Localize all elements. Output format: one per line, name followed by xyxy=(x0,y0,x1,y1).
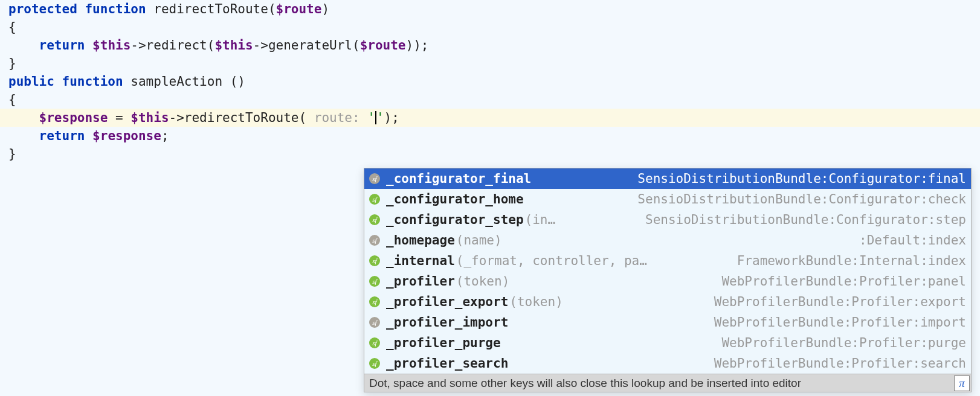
completion-label: _profiler_export xyxy=(386,295,508,309)
completion-item[interactable]: sf_internal(_format, controller, pa…Fram… xyxy=(364,251,971,271)
symfony-icon: sf xyxy=(369,194,380,205)
string-open: ' xyxy=(367,110,375,125)
completion-location: WebProfilerBundle:Profiler:search xyxy=(706,356,966,371)
completion-footer: Dot, space and some other keys will also… xyxy=(364,374,971,392)
completion-location: WebProfilerBundle:Profiler:panel xyxy=(713,274,966,289)
kw-function: function xyxy=(85,2,146,16)
completion-label: _configurator_final xyxy=(386,171,531,186)
var-this: $this xyxy=(131,110,169,125)
completion-params: (in… xyxy=(525,212,556,227)
code-line: protected function redirectToRoute($rout… xyxy=(0,0,980,18)
completion-params: (name) xyxy=(456,233,502,248)
completion-params: (token) xyxy=(456,274,510,289)
paren-close: ) xyxy=(321,2,329,16)
completion-location: SensioDistributionBundle:Configurator:st… xyxy=(637,212,966,227)
symfony-icon: sf xyxy=(369,235,380,246)
symfony-icon: sf xyxy=(369,255,380,266)
var-this: $this xyxy=(214,38,253,53)
code-line: return $this->redirect($this->generateUr… xyxy=(0,36,980,54)
code-line-current[interactable]: $response = $this->redirectToRoute( rout… xyxy=(0,109,980,127)
code-line: { xyxy=(0,91,980,109)
symfony-icon: sf xyxy=(369,296,380,307)
completion-label: _configurator_step xyxy=(386,212,524,227)
completion-item[interactable]: sf_configurator_step(in…SensioDistributi… xyxy=(364,209,971,230)
completion-item[interactable]: sf_profiler(token)WebProfilerBundle:Prof… xyxy=(364,271,971,292)
var-route: $route xyxy=(276,2,322,16)
brace-open: { xyxy=(8,92,16,107)
kw-protected: protected xyxy=(8,2,77,16)
completion-label: _profiler_import xyxy=(386,315,508,330)
completion-label: _homepage xyxy=(386,233,455,248)
kw-function: function xyxy=(62,74,123,89)
footer-hint: Dot, space and some other keys will also… xyxy=(369,377,801,390)
pi-button[interactable]: π xyxy=(954,375,970,391)
code-line: { xyxy=(0,18,980,36)
completion-label: _profiler xyxy=(386,274,455,289)
completion-item[interactable]: sf_profiler_purgeWebProfilerBundle:Profi… xyxy=(364,333,971,353)
brace-close: } xyxy=(8,147,16,161)
var-route: $route xyxy=(360,38,406,53)
completion-params: (_format, controller, pa… xyxy=(456,254,647,268)
var-response: $response xyxy=(92,129,161,143)
string-close: ' xyxy=(376,110,384,125)
kw-return: return xyxy=(39,129,85,143)
completion-item[interactable]: sf_configurator_homeSensioDistributionBu… xyxy=(364,189,971,209)
symfony-icon: sf xyxy=(369,276,380,287)
completion-label: _profiler_search xyxy=(386,356,508,371)
completion-location: WebProfilerBundle:Profiler:purge xyxy=(713,336,966,350)
fn-name: sampleAction () xyxy=(123,74,245,89)
code-editor[interactable]: protected function redirectToRoute($rout… xyxy=(0,0,980,396)
completion-popup: sf_configurator_finalSensioDistributionB… xyxy=(364,168,972,392)
symfony-icon: sf xyxy=(369,337,380,348)
completion-location: WebProfilerBundle:Profiler:export xyxy=(706,295,966,309)
completion-item[interactable]: sf_homepage(name):Default:index xyxy=(364,230,971,251)
completion-location: WebProfilerBundle:Profiler:import xyxy=(706,315,966,330)
symfony-icon: sf xyxy=(369,358,380,369)
completion-item[interactable]: sf_profiler_searchWebProfilerBundle:Prof… xyxy=(364,353,971,374)
kw-return: return xyxy=(39,38,85,53)
completion-item[interactable]: sf_profiler_importWebProfilerBundle:Prof… xyxy=(364,312,971,333)
brace-close: } xyxy=(8,56,16,71)
symfony-icon: sf xyxy=(369,317,380,328)
completion-item[interactable]: sf_profiler_export(token)WebProfilerBund… xyxy=(364,292,971,312)
var-response: $response xyxy=(39,110,108,125)
code-line: return $response; xyxy=(0,127,980,145)
completion-location: SensioDistributionBundle:Configurator:ch… xyxy=(629,192,966,206)
fn-name: redirectToRoute( xyxy=(146,2,276,16)
completion-label: _profiler_purge xyxy=(386,336,501,350)
kw-public: public xyxy=(8,74,54,89)
completion-list[interactable]: sf_configurator_finalSensioDistributionB… xyxy=(364,168,971,374)
completion-item[interactable]: sf_configurator_finalSensioDistributionB… xyxy=(364,168,971,189)
completion-location: :Default:index xyxy=(851,233,966,248)
brace-open: { xyxy=(8,20,16,34)
code-line: } xyxy=(0,145,980,163)
completion-location: SensioDistributionBundle:Configurator:fi… xyxy=(629,171,966,186)
symfony-icon: sf xyxy=(369,214,380,225)
completion-params: (token) xyxy=(509,295,563,309)
var-this: $this xyxy=(92,38,131,53)
completion-label: _internal xyxy=(386,254,455,268)
code-line: } xyxy=(0,54,980,72)
param-hint: route: xyxy=(314,110,360,125)
completion-label: _configurator_home xyxy=(386,192,524,206)
code-line: public function sampleAction () xyxy=(0,72,980,91)
symfony-icon: sf xyxy=(369,173,380,184)
completion-location: FrameworkBundle:Internal:index xyxy=(729,254,966,268)
